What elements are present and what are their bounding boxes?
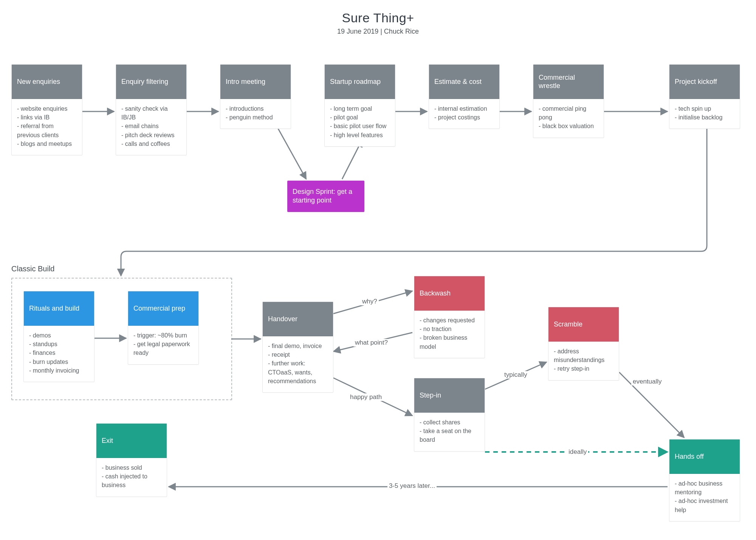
node-body-item: internal estimation [434, 104, 494, 113]
node-body-item: further work: CTOaaS, wants, recommendat… [268, 359, 328, 385]
node-header: Enquiry filtering [116, 65, 186, 99]
node-body-item: retry step-in [554, 364, 613, 373]
node-body-item: get legal paperwork ready [133, 340, 193, 357]
node-header: New enquiries [12, 65, 82, 99]
node-header: Project kickoff [669, 65, 740, 99]
node-body: demosstandupsfinancesburn updatesmonthly… [24, 326, 94, 382]
node-body: sanity check via IB/JBemail chainspitch … [116, 99, 186, 155]
node-body-item: blogs and meetups [17, 139, 77, 148]
node-body: address misunderstandingsretry step-in [548, 342, 619, 380]
node-header: Backwash [414, 276, 485, 311]
node-body-item: tech spin up [675, 104, 734, 113]
node-body-item: burn updates [29, 357, 89, 366]
group-label-classic-build: Classic Build [11, 265, 54, 273]
node-body-item: introductions [226, 104, 285, 113]
node-body: final demo, invoicereceiptfurther work: … [263, 336, 333, 392]
node-commercial-wrestle: Commercial wrestle commercial ping pongb… [533, 64, 604, 138]
node-header: Scramble [548, 307, 619, 342]
node-design-sprint: Design Sprint: get a starting point [287, 181, 364, 212]
node-body-item: commercial ping pong [539, 104, 598, 122]
node-body-item: penguin method [226, 113, 285, 122]
node-body-item: high level features [330, 131, 390, 139]
edge-label-happy-path: happy path [349, 393, 383, 401]
node-header: Commercial wrestle [533, 65, 604, 99]
node-header: Step-in [414, 378, 485, 413]
node-header: Intro meeting [220, 65, 291, 99]
node-label: Design Sprint: get a starting point [293, 188, 352, 204]
diagram-title: Sure Thing+ [0, 11, 756, 25]
node-body-item: project costings [434, 113, 494, 122]
node-body: changes requestedno tractionbroken busin… [414, 311, 485, 358]
node-body-item: pilot goal [330, 113, 390, 122]
node-startup-roadmap: Startup roadmap long term goalpilot goal… [324, 64, 395, 147]
node-exit: Exit business soldcash injected to busin… [96, 423, 167, 497]
node-body-item: pitch deck reviews [121, 131, 181, 139]
edge-label-typically: typically [503, 371, 528, 379]
node-body-item: monthly invoicing [29, 366, 89, 375]
node-body-item: email chains [121, 122, 181, 130]
node-body-item: website enquiries [17, 104, 77, 113]
diagram-subtitle: 19 June 2019 | Chuck Rice [0, 28, 756, 36]
node-body-item: standups [29, 340, 89, 348]
node-body-item: referral from previous clients [17, 122, 77, 139]
node-body-item: sanity check via IB/JB [121, 104, 181, 122]
node-body-item: no traction [420, 325, 479, 333]
node-body-item: basic pilot user flow [330, 122, 390, 130]
node-body-item: receipt [268, 350, 328, 359]
node-header: Handover [263, 302, 333, 336]
node-body: trigger: ~80% burnget legal paperwork re… [128, 326, 198, 364]
node-header: Startup roadmap [325, 65, 395, 99]
node-body-item: long term goal [330, 104, 390, 113]
node-rituals-build: Rituals and build demosstandupsfinancesb… [23, 291, 94, 382]
node-backwash: Backwash changes requestedno tractionbro… [414, 276, 485, 358]
svg-line-5 [276, 125, 306, 179]
node-scramble: Scramble address misunderstandingsretry … [548, 307, 619, 381]
node-enquiry-filtering: Enquiry filtering sanity check via IB/JB… [116, 64, 187, 155]
node-commercial-prep: Commercial prep trigger: ~80% burnget le… [128, 291, 199, 365]
node-body: website enquirieslinks via IBreferral fr… [12, 99, 82, 155]
node-body-item: address misunderstandings [554, 347, 613, 364]
node-intro-meeting: Intro meeting introductionspenguin metho… [220, 64, 291, 129]
node-body-item: calls and coffees [121, 139, 181, 148]
node-header: Estimate & cost [429, 65, 499, 99]
node-body-item: collect shares [420, 418, 479, 427]
node-estimate-cost: Estimate & cost internal estimationproje… [429, 64, 500, 129]
edge-label-eventually: eventually [631, 378, 663, 385]
node-body-item: business sold [102, 463, 161, 472]
node-header: Exit [96, 424, 167, 458]
node-body: commercial ping pongblack box valuation [533, 99, 604, 138]
node-handover: Handover final demo, invoicereceiptfurth… [262, 302, 333, 393]
node-body: tech spin upinitialise backlog [669, 99, 740, 128]
node-hands-off: Hands off ad-hoc business mentoringad-ho… [669, 439, 740, 521]
node-body: collect sharestake a seat on the board [414, 413, 485, 451]
edge-label-why: why? [361, 298, 379, 305]
node-body-item: trigger: ~80% burn [133, 331, 193, 340]
edge-label-ideally: ideally [567, 448, 588, 456]
node-body-item: broken business model [420, 333, 479, 351]
node-body: ad-hoc business mentoringad-hoc investme… [669, 474, 740, 521]
node-body-item: ad-hoc business mentoring [675, 479, 734, 497]
node-new-enquiries: New enquiries website enquirieslinks via… [11, 64, 82, 155]
node-header: Commercial prep [128, 291, 198, 326]
node-body-item: final demo, invoice [268, 342, 328, 350]
node-header: Rituals and build [24, 291, 94, 326]
edge-label-what-point: what point? [353, 339, 389, 347]
node-body: internal estimationproject costings [429, 99, 499, 128]
diagram-stage: Sure Thing+ 19 June 2019 | Chuck Rice Ne… [0, 0, 756, 540]
node-body-item: initialise backlog [675, 113, 734, 122]
node-body-item: links via IB [17, 113, 77, 122]
node-header: Hands off [669, 439, 740, 474]
node-body-item: take a seat on the board [420, 427, 479, 444]
node-body-item: finances [29, 348, 89, 357]
node-body: business soldcash injected to business [96, 458, 167, 497]
edge-label-years-later: 3-5 years later... [387, 482, 437, 490]
node-body-item: cash injected to business [102, 472, 161, 489]
title-block: Sure Thing+ 19 June 2019 | Chuck Rice [0, 11, 756, 36]
node-body-item: demos [29, 331, 89, 340]
node-body: introductionspenguin method [220, 99, 291, 128]
node-body-item: black box valuation [539, 122, 598, 130]
node-body: long term goalpilot goalbasic pilot user… [325, 99, 395, 146]
node-project-kickoff: Project kickoff tech spin upinitialise b… [669, 64, 740, 129]
node-body-item: ad-hoc investment help [675, 497, 734, 514]
node-step-in: Step-in collect sharestake a seat on the… [414, 378, 485, 452]
